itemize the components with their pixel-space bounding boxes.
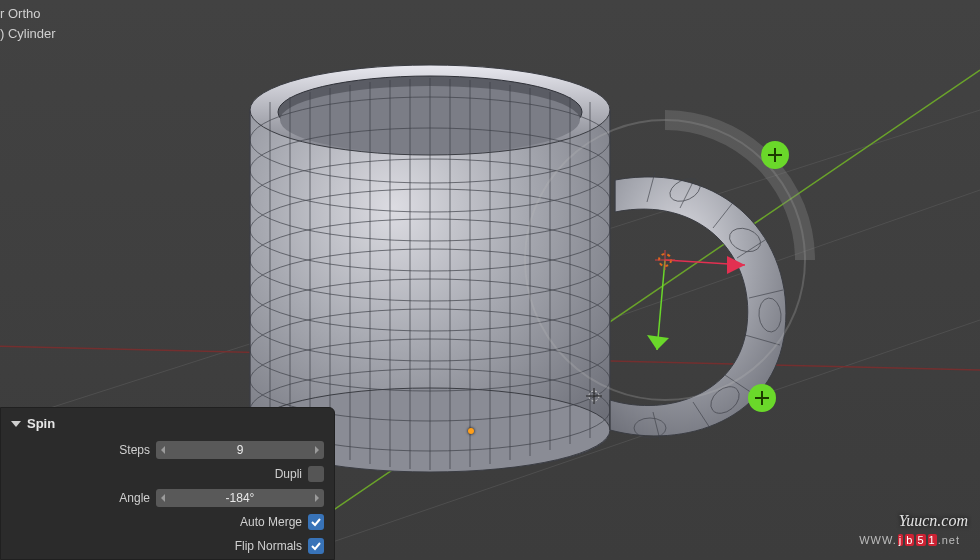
spin-plus-handle-bottom[interactable] [748, 384, 776, 412]
steps-label: Steps [11, 443, 156, 457]
watermark-primary: Yuucn.com [899, 512, 968, 530]
spin-plus-handle-top[interactable] [761, 141, 789, 169]
overlay-line-2: ) Cylinder [0, 24, 56, 44]
flipnormals-label: Flip Normals [235, 539, 302, 553]
watermark-secondary: WWW.jb51.net [859, 534, 960, 546]
angle-field[interactable]: -184° [156, 489, 324, 507]
flipnormals-checkbox[interactable] [308, 538, 324, 554]
automerge-checkbox[interactable] [308, 514, 324, 530]
angle-label: Angle [11, 491, 156, 505]
dupli-checkbox[interactable] [308, 466, 324, 482]
operator-panel-header[interactable]: Spin [11, 414, 324, 437]
svg-marker-26 [647, 335, 669, 350]
operator-title: Spin [27, 416, 55, 431]
svg-line-25 [657, 260, 665, 350]
origin-dot [468, 428, 474, 434]
overlay-line-1: r Ortho [0, 4, 56, 24]
steps-field[interactable]: 9 [156, 441, 324, 459]
operator-redo-panel[interactable]: Spin Steps 9 Dupli Angle -184° Auto Merg… [0, 407, 335, 560]
dupli-label: Dupli [275, 467, 302, 481]
viewport-overlay-text: r Ortho ) Cylinder [0, 4, 56, 43]
disclosure-triangle-icon [11, 421, 21, 427]
automerge-label: Auto Merge [240, 515, 302, 529]
